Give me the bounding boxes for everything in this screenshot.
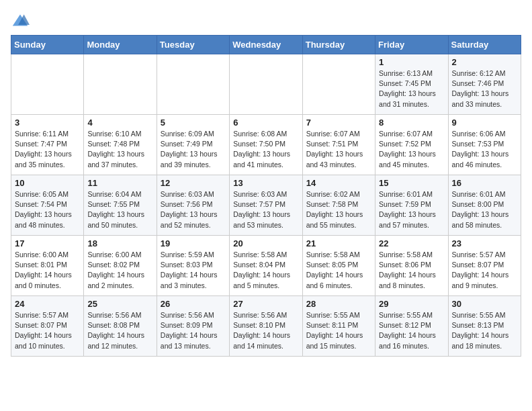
day-cell: 10Sunrise: 6:05 AMSunset: 7:54 PMDayligh…: [11, 175, 84, 236]
day-cell: 30Sunrise: 5:55 AMSunset: 8:13 PMDayligh…: [448, 296, 521, 357]
day-cell: 2Sunrise: 6:12 AMSunset: 7:46 PMDaylight…: [448, 54, 521, 115]
day-number: 28: [306, 299, 371, 309]
day-number: 11: [87, 178, 152, 188]
day-cell: 7Sunrise: 6:07 AMSunset: 7:51 PMDaylight…: [302, 115, 375, 175]
day-info: Sunrise: 5:55 AMSunset: 8:12 PMDaylight:…: [379, 310, 444, 351]
day-cell: 4Sunrise: 6:10 AMSunset: 7:48 PMDaylight…: [84, 115, 157, 175]
day-number: 27: [233, 299, 298, 309]
day-cell: 8Sunrise: 6:07 AMSunset: 7:52 PMDaylight…: [375, 115, 448, 175]
week-row-4: 17Sunrise: 6:00 AMSunset: 8:01 PMDayligh…: [11, 236, 521, 296]
day-info: Sunrise: 5:56 AMSunset: 8:10 PMDaylight:…: [233, 310, 298, 351]
day-cell: 18Sunrise: 6:00 AMSunset: 8:02 PMDayligh…: [84, 236, 157, 296]
header-row: SundayMondayTuesdayWednesdayThursdayFrid…: [11, 36, 521, 54]
day-cell: 21Sunrise: 5:58 AMSunset: 8:05 PMDayligh…: [302, 236, 375, 296]
day-number: 18: [87, 238, 152, 248]
day-number: 9: [452, 118, 517, 128]
day-number: 24: [15, 299, 80, 309]
day-cell: 14Sunrise: 6:02 AMSunset: 7:58 PMDayligh…: [302, 175, 375, 236]
day-info: Sunrise: 6:00 AMSunset: 8:02 PMDaylight:…: [87, 250, 152, 291]
day-cell: 25Sunrise: 5:56 AMSunset: 8:08 PMDayligh…: [84, 296, 157, 357]
day-cell: 26Sunrise: 5:56 AMSunset: 8:09 PMDayligh…: [157, 296, 229, 357]
day-info: Sunrise: 6:04 AMSunset: 7:55 PMDaylight:…: [87, 189, 152, 230]
day-info: Sunrise: 6:01 AMSunset: 7:59 PMDaylight:…: [379, 189, 444, 230]
week-row-1: 1Sunrise: 6:13 AMSunset: 7:45 PMDaylight…: [11, 54, 521, 115]
day-number: 16: [452, 178, 517, 188]
day-number: 20: [233, 238, 298, 248]
logo-icon: [11, 11, 30, 30]
day-number: 29: [379, 299, 444, 309]
day-info: Sunrise: 6:09 AMSunset: 7:49 PMDaylight:…: [161, 129, 226, 170]
day-cell: 27Sunrise: 5:56 AMSunset: 8:10 PMDayligh…: [230, 296, 302, 357]
day-cell: 28Sunrise: 5:55 AMSunset: 8:11 PMDayligh…: [302, 296, 375, 357]
day-info: Sunrise: 6:01 AMSunset: 8:00 PMDaylight:…: [452, 189, 517, 230]
logo: [11, 11, 32, 30]
day-info: Sunrise: 6:03 AMSunset: 7:56 PMDaylight:…: [161, 189, 226, 230]
day-cell: [302, 54, 375, 115]
day-cell: 19Sunrise: 5:59 AMSunset: 8:03 PMDayligh…: [157, 236, 229, 296]
day-number: 23: [452, 238, 517, 248]
day-info: Sunrise: 6:02 AMSunset: 7:58 PMDaylight:…: [306, 189, 371, 230]
day-number: 14: [306, 178, 371, 188]
day-number: 10: [15, 178, 80, 188]
header-cell-tuesday: Tuesday: [157, 36, 229, 54]
day-cell: 12Sunrise: 6:03 AMSunset: 7:56 PMDayligh…: [157, 175, 229, 236]
header-cell-monday: Monday: [84, 36, 157, 54]
day-cell: [157, 54, 229, 115]
calendar-table: SundayMondayTuesdayWednesdayThursdayFrid…: [11, 35, 521, 357]
day-number: 7: [306, 118, 371, 128]
day-info: Sunrise: 5:56 AMSunset: 8:09 PMDaylight:…: [161, 310, 226, 351]
day-number: 25: [87, 299, 152, 309]
day-cell: 15Sunrise: 6:01 AMSunset: 7:59 PMDayligh…: [375, 175, 448, 236]
header-cell-saturday: Saturday: [448, 36, 521, 54]
header-cell-thursday: Thursday: [302, 36, 375, 54]
day-cell: 16Sunrise: 6:01 AMSunset: 8:00 PMDayligh…: [448, 175, 521, 236]
day-number: 13: [233, 178, 298, 188]
day-number: 4: [87, 118, 152, 128]
day-cell: [11, 54, 84, 115]
day-info: Sunrise: 5:57 AMSunset: 8:07 PMDaylight:…: [15, 310, 80, 351]
day-number: 1: [379, 57, 444, 67]
day-cell: 6Sunrise: 6:08 AMSunset: 7:50 PMDaylight…: [230, 115, 302, 175]
day-number: 8: [379, 118, 444, 128]
day-number: 21: [306, 238, 371, 248]
day-cell: [230, 54, 302, 115]
day-number: 2: [452, 57, 517, 67]
day-info: Sunrise: 6:13 AMSunset: 7:45 PMDaylight:…: [379, 68, 444, 109]
day-info: Sunrise: 6:07 AMSunset: 7:52 PMDaylight:…: [379, 129, 444, 170]
day-cell: 9Sunrise: 6:06 AMSunset: 7:53 PMDaylight…: [448, 115, 521, 175]
day-info: Sunrise: 6:00 AMSunset: 8:01 PMDaylight:…: [15, 250, 80, 291]
page-header: [11, 11, 521, 30]
day-cell: 29Sunrise: 5:55 AMSunset: 8:12 PMDayligh…: [375, 296, 448, 357]
day-cell: 20Sunrise: 5:58 AMSunset: 8:04 PMDayligh…: [230, 236, 302, 296]
day-cell: 22Sunrise: 5:58 AMSunset: 8:06 PMDayligh…: [375, 236, 448, 296]
day-cell: 11Sunrise: 6:04 AMSunset: 7:55 PMDayligh…: [84, 175, 157, 236]
day-info: Sunrise: 6:07 AMSunset: 7:51 PMDaylight:…: [306, 129, 371, 170]
day-number: 22: [379, 238, 444, 248]
day-cell: 13Sunrise: 6:03 AMSunset: 7:57 PMDayligh…: [230, 175, 302, 236]
day-info: Sunrise: 5:58 AMSunset: 8:04 PMDaylight:…: [233, 250, 298, 291]
day-number: 19: [161, 238, 226, 248]
day-cell: 3Sunrise: 6:11 AMSunset: 7:47 PMDaylight…: [11, 115, 84, 175]
day-number: 26: [161, 299, 226, 309]
day-number: 5: [161, 118, 226, 128]
day-info: Sunrise: 5:55 AMSunset: 8:13 PMDaylight:…: [452, 310, 517, 351]
header-cell-wednesday: Wednesday: [230, 36, 302, 54]
day-info: Sunrise: 5:59 AMSunset: 8:03 PMDaylight:…: [161, 250, 226, 291]
day-info: Sunrise: 6:11 AMSunset: 7:47 PMDaylight:…: [15, 129, 80, 170]
day-info: Sunrise: 6:12 AMSunset: 7:46 PMDaylight:…: [452, 68, 517, 109]
day-info: Sunrise: 5:58 AMSunset: 8:06 PMDaylight:…: [379, 250, 444, 291]
day-info: Sunrise: 5:55 AMSunset: 8:11 PMDaylight:…: [306, 310, 371, 351]
day-info: Sunrise: 6:05 AMSunset: 7:54 PMDaylight:…: [15, 189, 80, 230]
day-number: 17: [15, 238, 80, 248]
week-row-3: 10Sunrise: 6:05 AMSunset: 7:54 PMDayligh…: [11, 175, 521, 236]
day-cell: 23Sunrise: 5:57 AMSunset: 8:07 PMDayligh…: [448, 236, 521, 296]
day-info: Sunrise: 5:58 AMSunset: 8:05 PMDaylight:…: [306, 250, 371, 291]
day-info: Sunrise: 6:03 AMSunset: 7:57 PMDaylight:…: [233, 189, 298, 230]
day-info: Sunrise: 5:57 AMSunset: 8:07 PMDaylight:…: [452, 250, 517, 291]
day-number: 12: [161, 178, 226, 188]
day-cell: 1Sunrise: 6:13 AMSunset: 7:45 PMDaylight…: [375, 54, 448, 115]
day-cell: 24Sunrise: 5:57 AMSunset: 8:07 PMDayligh…: [11, 296, 84, 357]
week-row-2: 3Sunrise: 6:11 AMSunset: 7:47 PMDaylight…: [11, 115, 521, 175]
day-info: Sunrise: 6:10 AMSunset: 7:48 PMDaylight:…: [87, 129, 152, 170]
day-number: 15: [379, 178, 444, 188]
